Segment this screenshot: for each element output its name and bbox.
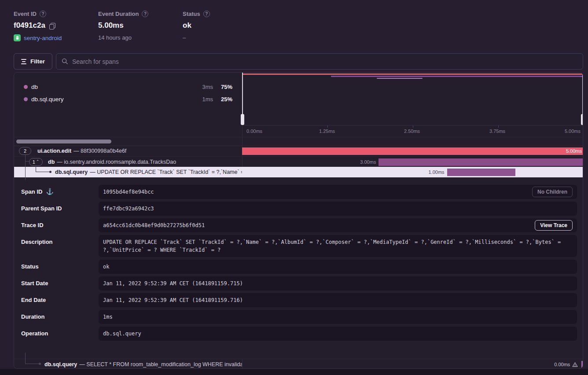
event-id-block: Event ID ? f0491c2a sentry-android <box>14 11 62 41</box>
filter-icon <box>21 59 26 64</box>
axis-tick <box>413 125 413 128</box>
event-duration-block: Event Duration ? 5.00ms 14 hours ago <box>98 11 148 41</box>
legend-item-db[interactable]: db 3ms 75% <box>14 81 242 93</box>
minimap-span-db <box>331 76 583 77</box>
event-id-label-row: Event ID ? <box>14 11 62 17</box>
tree-connector-dot <box>49 171 51 173</box>
span-description: — UPDATE OR REPLACE `Track` SET `TrackId… <box>90 169 242 175</box>
filter-button[interactable]: Filter <box>14 53 52 70</box>
status-value: ok <box>183 21 191 30</box>
legend-item-db-sql-query[interactable]: db.sql.query 1ms 25% <box>14 93 242 105</box>
tree-connector-elbow <box>25 364 39 364</box>
span-description: — 88f300998a0b4e6f <box>74 148 126 154</box>
detail-label: Duration <box>21 313 44 320</box>
legend-duration: 3ms <box>202 84 213 90</box>
span-row-db-sql-query-select[interactable]: db.sql.query — SELECT * FROM room_table_… <box>14 359 583 369</box>
detail-value: Jan 11, 2022 9:52:39 AM CET (1641891159.… <box>103 297 243 303</box>
view-trace-button[interactable]: View Trace <box>535 220 573 231</box>
chevron-up-icon: ⌃ <box>36 159 40 164</box>
search-icon <box>62 58 68 65</box>
span-op: db.sql.query <box>44 361 77 368</box>
help-icon[interactable]: ? <box>142 11 148 17</box>
span-description: — SELECT * FROM room_table_modification_… <box>79 361 242 368</box>
axis-tick <box>327 125 328 128</box>
detail-value: a654cc61dc0b48ef9d0b27275b6f0d51 <box>103 222 205 228</box>
span-op: db.sql.query <box>55 169 88 175</box>
span-children-badge[interactable]: 1 ⌃ <box>29 158 43 166</box>
detail-value: db.sql.query <box>103 331 141 337</box>
help-icon[interactable]: ? <box>203 11 210 17</box>
children-count: 2 <box>24 148 26 154</box>
span-bar[interactable] <box>581 361 583 368</box>
description-value: UPDATE OR REPLACE `Track` SET `TrackId` … <box>99 235 577 257</box>
event-duration-value: 5.00ms <box>98 21 124 30</box>
project-link[interactable]: sentry-android <box>24 35 62 41</box>
span-row-db[interactable]: db — io.sentry.android.roomsample.data.T… <box>14 156 583 167</box>
span-row-db-sql-query-selected[interactable]: db.sql.query — UPDATE OR REPLACE `Track`… <box>14 167 583 177</box>
trace-id-value: a654cc61dc0b48ef9d0b27275b6f0d51 View Tr… <box>99 218 577 232</box>
legend-percent: 75% <box>221 84 232 90</box>
legend-percent: 25% <box>221 96 232 103</box>
minimap-right-handle[interactable] <box>581 114 583 125</box>
detail-label: End Date <box>21 297 46 303</box>
copy-icon[interactable] <box>49 23 55 29</box>
span-detail-page: Event ID ? f0491c2a sentry-android Event… <box>0 0 588 375</box>
tree-connector-elbow <box>25 161 29 162</box>
warning-icon <box>572 362 578 368</box>
status-detail-value: ok <box>99 260 577 274</box>
search-input[interactable] <box>72 58 577 65</box>
legend-op-name: db <box>31 84 38 90</box>
trace-view-panel: db 3ms 75% db.sql.query 1ms 25% 0.00ms <box>14 72 583 369</box>
legend-op-name: db.sql.query <box>31 96 64 103</box>
event-duration-label: Event Duration <box>98 11 139 17</box>
detail-label: Trace ID <box>21 222 44 228</box>
legend-duration: 1ms <box>202 96 213 103</box>
span-children-badge[interactable]: 2 <box>19 147 31 155</box>
detail-value: ffe7dbc92a6942c3 <box>103 206 154 212</box>
anchor-icon[interactable]: ⚓ <box>46 188 53 195</box>
axis-label-4: 5.00ms <box>565 129 581 134</box>
detail-label: Status <box>21 263 39 270</box>
duration-value: 1ms <box>99 310 577 324</box>
span-description: — io.sentry.android.roomsample.data.Trac… <box>57 159 176 165</box>
end-date-value: Jan 11, 2022 9:52:39 AM CET (1641891159.… <box>99 293 577 307</box>
tree-scrollbar[interactable] <box>14 137 242 146</box>
span-op: db <box>48 159 55 165</box>
detail-label: Parent Span ID <box>21 205 62 212</box>
android-icon <box>14 34 21 41</box>
span-search[interactable] <box>56 53 583 70</box>
detail-value: 1ms <box>103 314 113 320</box>
minimap-left-handle[interactable] <box>241 114 244 125</box>
status-block: Status ? ok – <box>183 11 210 41</box>
detail-label: Description <box>21 239 53 245</box>
status-sub: – <box>183 34 186 41</box>
span-row-ui-action-edit[interactable]: ui.action.edit — 88f300998a0b4e6f 2 5.00… <box>14 146 583 156</box>
axis-label-0: 0.00ms <box>246 129 262 134</box>
page-footer-strip <box>0 369 588 375</box>
span-duration: 0.00ms <box>554 362 570 367</box>
scrollbar-thumb[interactable] <box>16 140 111 143</box>
event-age: 14 hours ago <box>98 34 132 41</box>
span-id-value: 1095bd4ef8e94bcc No Children <box>99 185 577 199</box>
span-duration: 3.00ms <box>360 157 376 167</box>
event-id-label: Event ID <box>14 11 37 17</box>
help-icon[interactable]: ? <box>40 11 46 17</box>
parent-span-id-value: ffe7dbc92a6942c3 <box>99 202 577 216</box>
status-label: Status <box>183 11 200 17</box>
timeline-divider <box>242 359 243 369</box>
span-duration: 5.00ms <box>566 146 582 156</box>
span-bar[interactable] <box>242 147 583 155</box>
tree-connector-dot <box>39 363 41 365</box>
children-count: 1 <box>33 159 35 165</box>
trace-minimap[interactable] <box>242 73 583 125</box>
axis-label-1: 1.25ms <box>319 129 335 134</box>
detail-value: Jan 11, 2022 9:52:39 AM CET (1641891159.… <box>103 280 243 287</box>
span-bar[interactable] <box>379 158 583 166</box>
minimap-span-ui-action-edit <box>242 74 583 75</box>
no-children-button[interactable]: No Children <box>532 187 573 197</box>
detail-label: Start Date <box>21 280 48 287</box>
tree-connector-elbow <box>36 172 50 172</box>
span-bar[interactable] <box>447 169 515 176</box>
axis-label-2: 2.50ms <box>404 129 420 134</box>
detail-value: 1095bd4ef8e94bcc <box>103 189 154 195</box>
